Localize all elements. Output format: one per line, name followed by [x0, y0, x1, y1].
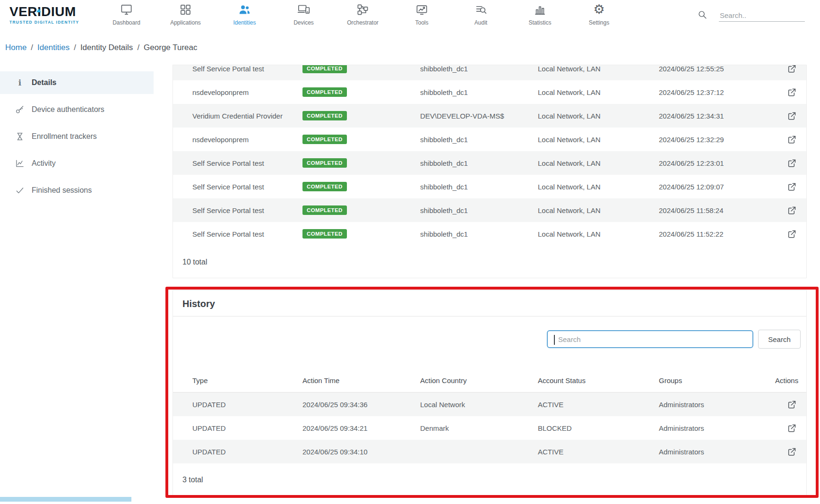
open-record-icon[interactable] [787, 111, 797, 121]
top-nav-bar: VERIDIUM TRUSTED DIGITAL IDENTITY Dashbo… [0, 0, 820, 37]
breadcrumb-separator: / [137, 43, 139, 52]
session-row: Veridium Credential Provider COMPLETED D… [173, 104, 806, 128]
session-time: 2024/06/25 12:23:01 [659, 159, 775, 167]
session-row: Self Service Portal test COMPLETED shibb… [173, 222, 806, 246]
sidebar-item-device-authenticators[interactable]: Device authenticators [0, 98, 154, 121]
nav-item-audit[interactable]: Audit [451, 2, 510, 26]
session-row: nsdeveloponprem COMPLETED shibboleth_dc1… [173, 128, 806, 151]
session-server: shibboleth_dc1 [420, 136, 538, 144]
scrollbar-thumb[interactable] [0, 497, 131, 502]
history-panel: History Search Type Action Time Action C… [173, 290, 807, 496]
history-action-country: Denmark [420, 424, 538, 432]
history-table-header: Type Action Time Action Country Account … [173, 369, 806, 393]
nav-label: Settings [589, 19, 609, 26]
statistics-icon [534, 2, 546, 17]
session-time: 2024/06/25 11:58:24 [659, 206, 775, 214]
settings-gear-icon: ⚙ [593, 2, 604, 17]
session-network: Local Network, LAN [538, 230, 659, 238]
open-record-icon[interactable] [787, 135, 797, 145]
session-server: shibboleth_dc1 [420, 159, 538, 167]
breadcrumb-home[interactable]: Home [5, 43, 26, 52]
hourglass-icon [14, 131, 26, 142]
checkmark-icon [14, 185, 26, 196]
open-record-icon[interactable] [787, 65, 797, 74]
nav-label: Devices [293, 19, 314, 26]
session-row: Self Service Portal test COMPLETED shibb… [173, 151, 806, 175]
open-record-icon[interactable] [787, 400, 797, 410]
column-header-groups: Groups [659, 376, 775, 384]
nav-item-tools[interactable]: Tools [392, 2, 451, 26]
breadcrumb-identities[interactable]: Identities [37, 43, 69, 52]
session-network: Local Network, LAN [538, 65, 659, 73]
session-app: Self Service Portal test [192, 206, 302, 214]
global-search-input[interactable] [719, 9, 805, 22]
sidebar-item-label: Activity [32, 159, 56, 168]
key-icon [14, 104, 26, 115]
veridium-logo[interactable]: VERIDIUM TRUSTED DIGITAL IDENTITY [9, 5, 102, 25]
history-account-status: ACTIVE [538, 401, 659, 409]
open-record-icon[interactable] [787, 229, 797, 239]
nav-label: Tools [415, 19, 428, 26]
nav-label: Orchestrator [347, 19, 379, 26]
history-account-status: BLOCKED [538, 424, 659, 432]
nav-item-orchestrator[interactable]: Orchestrator [333, 2, 392, 26]
session-server: shibboleth_dc1 [420, 183, 538, 191]
nav-item-devices[interactable]: Devices [274, 2, 333, 26]
session-network: Local Network, LAN [538, 112, 659, 120]
open-record-icon[interactable] [787, 87, 797, 97]
nav-label: Statistics [528, 19, 551, 26]
nav-item-dashboard[interactable]: Dashboard [97, 2, 156, 26]
text-caret [554, 335, 555, 345]
history-search-box [547, 330, 753, 348]
session-server: DEV\DEVELOP-VDA-MS$ [420, 112, 538, 120]
history-table: UPDATED 2024/06/25 09:34:36 Local Networ… [173, 393, 806, 463]
open-record-icon[interactable] [787, 158, 797, 168]
nav-label: Identities [233, 19, 256, 26]
line-chart-icon [14, 158, 26, 169]
open-record-icon[interactable] [787, 182, 797, 192]
history-title: History [182, 299, 797, 309]
status-badge: COMPLETED [302, 229, 347, 239]
sessions-total: 10 total [173, 246, 806, 278]
session-time: 2024/06/25 12:09:07 [659, 183, 775, 191]
history-search-button[interactable]: Search [758, 330, 801, 349]
breadcrumb-separator: / [74, 43, 76, 52]
nav-item-statistics[interactable]: Statistics [510, 2, 570, 26]
info-icon: i [14, 77, 26, 88]
session-app: Self Service Portal test [192, 230, 302, 238]
nav-label: Audit [475, 19, 487, 26]
sidebar-item-activity[interactable]: Activity [0, 152, 154, 175]
applications-icon [179, 2, 192, 17]
session-row: Self Service Portal test COMPLETED shibb… [173, 65, 806, 80]
session-app: Self Service Portal test [192, 159, 302, 167]
nav-item-identities[interactable]: Identities [215, 2, 274, 26]
sidebar-item-finished-sessions[interactable]: Finished sessions [0, 179, 154, 202]
session-row: Self Service Portal test COMPLETED shibb… [173, 198, 806, 222]
history-type: UPDATED [192, 401, 302, 409]
session-app: Self Service Portal test [192, 65, 302, 73]
history-action-time: 2024/06/25 09:34:36 [302, 401, 420, 409]
column-header-account-status: Account Status [538, 376, 659, 384]
sessions-table: Self Service Portal test COMPLETED shibb… [173, 65, 806, 246]
history-groups: Administrators [659, 401, 775, 409]
status-badge: COMPLETED [302, 205, 347, 215]
open-record-icon[interactable] [787, 423, 797, 433]
column-header-action-time: Action Time [302, 376, 420, 384]
session-app: Self Service Portal test [192, 183, 302, 191]
sidebar-item-details[interactable]: i Details [0, 71, 154, 94]
history-search-input[interactable] [548, 335, 752, 343]
session-time: 2024/06/25 11:52:22 [659, 230, 775, 238]
session-network: Local Network, LAN [538, 88, 659, 96]
nav-item-applications[interactable]: Applications [156, 2, 215, 26]
history-groups: Administrators [659, 448, 775, 456]
sidebar-item-label: Details [32, 78, 56, 87]
open-record-icon[interactable] [787, 447, 797, 457]
history-groups: Administrators [659, 424, 775, 432]
session-network: Local Network, LAN [538, 206, 659, 214]
nav-label: Applications [170, 19, 201, 26]
session-app: nsdeveloponprem [192, 88, 302, 96]
sidebar: i Details Device authenticators Enrollme… [0, 58, 154, 206]
sidebar-item-enrollment-trackers[interactable]: Enrollment trackers [0, 125, 154, 148]
nav-item-settings[interactable]: ⚙ Settings [570, 2, 629, 26]
open-record-icon[interactable] [787, 205, 797, 215]
